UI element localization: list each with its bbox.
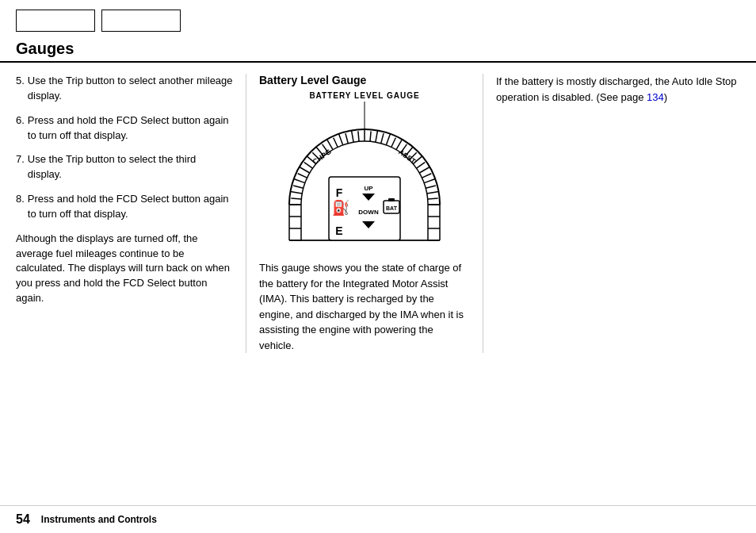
svg-line-29 xyxy=(381,133,384,144)
list-text-7: Use the Trip button to select the third … xyxy=(28,152,233,182)
svg-line-19 xyxy=(291,198,301,199)
list-num-6: 6. xyxy=(16,113,25,144)
nav-box-1[interactable] xyxy=(16,10,95,32)
right-text: If the battery is mostly discharged, the… xyxy=(496,74,740,105)
svg-line-10 xyxy=(376,130,378,142)
svg-text:F: F xyxy=(336,186,343,199)
svg-line-22 xyxy=(304,163,313,168)
gauge-label: BATTERY LEVEL GAUGE xyxy=(259,91,470,100)
page-link[interactable]: 134 xyxy=(647,91,664,103)
gauge-svg-wrapper: CHРG ASST F ⛽ E UP xyxy=(259,102,470,260)
list-item: 5. Use the Trip button to select another… xyxy=(16,74,233,104)
list-item: 6. Press and hold the FCD Select button … xyxy=(16,113,233,144)
svg-line-7 xyxy=(339,134,343,145)
svg-line-3 xyxy=(300,167,310,174)
svg-line-26 xyxy=(346,133,348,144)
battery-gauge-svg: CHРG ASST F ⛽ E UP xyxy=(269,102,460,260)
svg-rect-70 xyxy=(388,198,395,201)
list-item: 7. Use the Trip button to select the thi… xyxy=(16,152,233,182)
header-nav xyxy=(0,0,756,36)
nav-box-2[interactable] xyxy=(101,10,181,32)
list-num-5: 5. xyxy=(16,74,25,104)
svg-line-1 xyxy=(290,192,302,194)
right-column: If the battery is mostly discharged, the… xyxy=(483,74,740,105)
footer-section-title: Instruments and Controls xyxy=(41,514,157,525)
list-text-5: Use the Trip button to select another mi… xyxy=(28,74,233,104)
footer: 54 Instruments and Controls xyxy=(0,505,756,533)
svg-text:CHРG: CHРG xyxy=(311,148,333,166)
page-title-bar: Gauges xyxy=(0,36,756,63)
svg-line-35 xyxy=(426,186,436,188)
gauge-title: Battery Level Gauge xyxy=(259,74,470,86)
list-num-7: 7. xyxy=(16,152,25,182)
list-num-8: 8. xyxy=(16,192,25,222)
gauge-description: This gauge shows you the state of charge… xyxy=(259,260,470,353)
svg-line-25 xyxy=(334,138,338,148)
svg-line-17 xyxy=(427,192,439,194)
center-column: Battery Level Gauge BATTERY LEVEL GAUGE xyxy=(246,74,483,353)
right-text-part2: ) xyxy=(664,91,667,103)
svg-line-16 xyxy=(424,179,435,183)
main-content: 5. Use the Trip button to select another… xyxy=(0,63,756,353)
svg-text:⛽: ⛽ xyxy=(332,199,350,217)
svg-line-2 xyxy=(294,179,305,183)
svg-line-34 xyxy=(422,174,432,178)
list-text-6: Press and hold the FCD Select button aga… xyxy=(28,113,233,144)
list-item: 8. Press and hold the FCD Select button … xyxy=(16,192,233,222)
page-wrapper: Gauges 5. Use the Trip button to select … xyxy=(0,0,756,533)
svg-line-30 xyxy=(391,138,395,148)
svg-line-36 xyxy=(428,198,438,199)
svg-line-27 xyxy=(358,131,359,141)
svg-line-28 xyxy=(370,131,371,141)
right-text-part1: If the battery is mostly discharged, the… xyxy=(496,75,737,103)
note-paragraph: Although the displays are turned off, th… xyxy=(16,232,233,306)
footer-page-number: 54 xyxy=(16,512,30,527)
svg-text:UP: UP xyxy=(364,185,373,192)
svg-text:E: E xyxy=(335,224,342,237)
list-text-8: Press and hold the FCD Select button aga… xyxy=(28,192,233,222)
left-column: 5. Use the Trip button to select another… xyxy=(16,74,246,306)
svg-line-21 xyxy=(298,174,307,178)
svg-text:DOWN: DOWN xyxy=(358,209,379,216)
svg-line-20 xyxy=(293,186,304,188)
svg-line-15 xyxy=(419,167,430,174)
svg-line-8 xyxy=(352,130,354,142)
page-title: Gauges xyxy=(16,40,74,57)
svg-line-11 xyxy=(386,134,390,145)
svg-text:BAT: BAT xyxy=(386,205,398,211)
svg-line-33 xyxy=(417,163,426,168)
